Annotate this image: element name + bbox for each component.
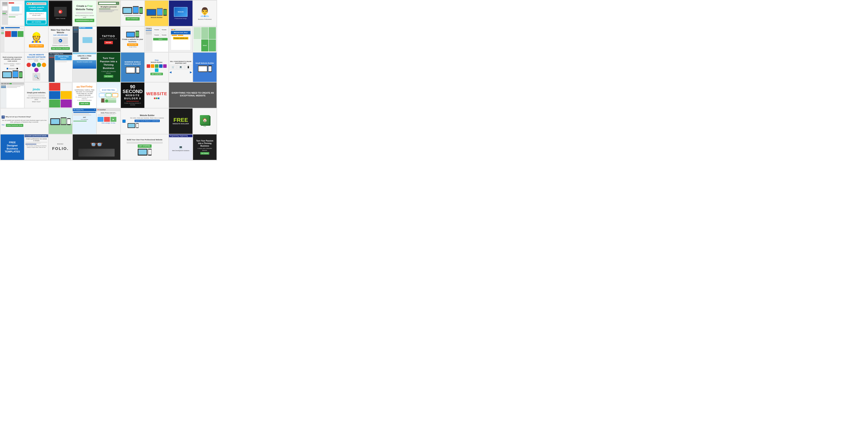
mobirise-title: MOBIRISE MOBILE WEBSITE BUILDER xyxy=(122,61,143,65)
tile-webuzo[interactable] xyxy=(1,27,24,52)
create-free-subtitle: Start by searching for a domain name xyxy=(74,15,95,18)
tile-videobird[interactable]: Make Your Own Free Website Call 1-800-80… xyxy=(49,27,72,52)
wb-box-desc: Get online. Grow your business. Never mi… xyxy=(127,117,167,119)
tile-pc-cleaner[interactable]: PC Cleaner Pro ✕ 24/7 Full catalogue xyxy=(73,108,96,134)
everything-title: EVERYTHING YOU NEED TO CREATE AN EXCEPTI… xyxy=(170,92,215,97)
tile-passion[interactable]: Turn Your Passion into a Thriving Busine… xyxy=(97,53,120,82)
tile-website-red[interactable]: WEBSITE xyxy=(145,83,168,108)
fb-shop-desc: We can publish your products into your (… xyxy=(2,120,47,123)
tile-idlly[interactable]: Create a website for your business. Get … xyxy=(121,27,144,52)
wb-box-tour-btn[interactable]: QUICK TOUR PRODUCT OVERVIEW xyxy=(134,120,160,122)
passion2-title: Turn Your Passion into a Thriving Busine… xyxy=(195,139,215,147)
tile-wb-box[interactable]: 🌐 Website Builder Get online. Grow your … xyxy=(121,108,168,134)
fb-setup-btn[interactable]: Setup Facebook Shop xyxy=(6,124,23,127)
fb-pro-title: Create a professional, free website in m… xyxy=(25,138,47,141)
builder-3d-label: free xyxy=(204,126,206,127)
jimdo-logo: jimdo xyxy=(33,88,40,91)
next-arrow[interactable]: ▶ xyxy=(190,70,192,74)
tile-devices-promo[interactable]: Professional for all Devices GET STARTED xyxy=(121,1,144,26)
tile-folio[interactable]: MANU FOLIO. xyxy=(49,134,72,160)
tile-90second[interactable]: 90 SECOND WEBSITE BUILDER 8 Create stunn… xyxy=(121,83,144,108)
tile-ucoz[interactable]: Free Website Builder GET STARTED! xyxy=(145,53,168,82)
free-wb-label: WEBSITE BUILDER xyxy=(173,123,189,125)
tile-passion2[interactable]: Turn Your Passion into a Thriving Busine… xyxy=(193,134,217,160)
free-wb-text: FREE xyxy=(174,117,188,123)
tile-fb-shop[interactable]: f Why not set up a Facebook Shop? We can… xyxy=(1,108,48,134)
tile-construction-character[interactable]: 👷 YOUR WEB SITE xyxy=(25,27,48,52)
fb-shop-title: Why not set up a Facebook Shop? xyxy=(5,116,31,118)
tile-programming[interactable]: Programming / Engineering 💻 Web Developm… xyxy=(169,134,192,160)
tile-create-free-2[interactable]: CREATE A FREE WEBSITE Beautiful template… xyxy=(73,53,96,82)
fb-pro-desc: This provides everything your business n… xyxy=(25,145,47,148)
builder-3d-box: 🏠 xyxy=(200,115,210,125)
free-designer-text: FREEDesignerBusinessTEMPLATES xyxy=(5,141,20,153)
tile-builder-3d[interactable]: 🏠 free xyxy=(193,108,217,134)
tile-yellow-promo[interactable]: Website Builder xyxy=(145,1,168,26)
small-builder-title: Small Website Builder xyxy=(195,62,214,65)
tile-tattoo[interactable]: TATTOO BODY PIERCING ENTER xyxy=(97,27,120,52)
start-today-devices: PC, SMARTPHONE AND TABLET FRIENDLY xyxy=(74,97,95,100)
tile-blue-monitor[interactable]: Website Professional Design xyxy=(169,1,192,26)
tile-build-own[interactable]: Build Your Own Free Professional Website… xyxy=(121,134,168,160)
tile-sell-online[interactable]: SELL YOUR PRODUCTS ONLINE SHOPPING CART … xyxy=(169,53,192,82)
tile-category[interactable]: Category Template Template Template Temp… xyxy=(145,27,168,52)
moonfruit-tagline: Click a design. It's free. xyxy=(98,122,120,124)
tile-toolbar-editor[interactable] xyxy=(1,83,24,108)
website-red-text: WEBSITE xyxy=(146,91,167,97)
tile-site-preview[interactable]: Welcome back, Mery! Preview website.com xyxy=(169,27,192,52)
moonfruit-greeting: Hello Prince de la V... xyxy=(98,112,120,114)
responsive-subtitle: Build for Desktop + Tablet + Mobile. xyxy=(2,63,23,66)
image-grid: A simple, powerful website creator Start… xyxy=(0,0,217,160)
tile-devices-green[interactable] xyxy=(49,108,72,134)
build-own-title: Build Your Own Free Professional Website xyxy=(127,139,162,141)
prev-arrow[interactable]: ◀ xyxy=(169,70,172,74)
tile-start-today[interactable]: oo StartToday SURPRISINGLY SIMPLE, FREE … xyxy=(73,83,96,108)
tile-jimdo[interactable]: jimdo Simply great websites. Over 1,000 … xyxy=(25,83,48,108)
start-today-btn[interactable]: VISIT SITE xyxy=(79,102,90,105)
tile-create-free-website[interactable]: Create a Free Website Today Start by sea… xyxy=(73,1,96,26)
jimdo-reasons: Over 1,000 Reasons to Choose Jimdo. xyxy=(26,97,47,100)
tile-cyan-builder[interactable]: A simple, powerful website creator Start… xyxy=(25,1,48,26)
90second-desc: Create stunning websites in seconds xyxy=(122,102,143,106)
tile-templates-multi[interactable] xyxy=(49,83,72,108)
jimdo-yours: What's Yours? xyxy=(32,101,41,103)
90second-subtitle: WEBSITE BUILDER 8 xyxy=(122,94,143,100)
tile-sitejam[interactable] xyxy=(1,1,24,26)
tile-business-man[interactable]: 👨‍💼 Business Professional xyxy=(193,1,217,26)
tile-online-builder[interactable]: ONLINE WEBSITE BUILDER SOFTWARE Build fo… xyxy=(25,53,48,82)
fb-skip-btn[interactable]: Skip xyxy=(2,124,5,127)
wb-box-title: Website Builder xyxy=(127,114,167,117)
tile-everything[interactable]: EVERYTHING YOU NEED TO CREATE AN EXCEPTI… xyxy=(169,83,217,108)
tattoo-heading: TATTOO xyxy=(102,34,115,38)
tile-free-designer[interactable]: FREEDesignerBusinessTEMPLATES xyxy=(1,134,24,160)
tile-responsive[interactable]: Build amazing responsive websites with a… xyxy=(1,53,24,82)
tile-dark-video[interactable]: ▶ Video Tutorial xyxy=(49,1,72,26)
programming-desc: Web Development Solutions xyxy=(172,150,189,152)
tile-moonfruit[interactable]: moonfruit Hello Prince de la V... ▶ Clic… xyxy=(97,108,120,134)
tile-glasses-person[interactable]: 👓 xyxy=(73,134,120,160)
folio-nav: MANU xyxy=(57,143,64,145)
tile-free-wb[interactable]: FREE WEBSITE BUILDER xyxy=(169,108,192,134)
tile-mobirise[interactable]: MOBIRISE MOBILE WEBSITE BUILDER xyxy=(121,53,144,82)
devices-btn[interactable]: GET STARTED xyxy=(126,17,140,20)
tile-small-builder[interactable]: Small Website Builder xyxy=(193,53,217,82)
tile-clouds-scene[interactable]: 90 DAY FREE TRIAL xyxy=(97,83,120,108)
build-own-btn[interactable]: GET STARTED xyxy=(138,144,152,148)
ucoz-btn[interactable]: GET STARTED! xyxy=(150,73,163,75)
passion2-subtitle: It Starts with a Beautiful Website. xyxy=(195,148,215,151)
ucoz-title: Free xyxy=(155,59,158,62)
moonfruit-next[interactable]: ▶ xyxy=(111,117,116,122)
folio-title: FOLIO. xyxy=(52,146,69,151)
tile-green-templates[interactable]: Select xyxy=(193,27,217,52)
90second-title: 90 SECOND xyxy=(122,85,143,94)
tile-editor[interactable]: Mix Folder xyxy=(73,27,96,52)
create-free-btn[interactable]: websiteSolutions.com xyxy=(75,19,94,22)
sell-title: SELL YOUR PRODUCTS ONLINE SHOPPING CART xyxy=(169,61,192,64)
passion-btn[interactable]: Get Started xyxy=(104,75,113,77)
tile-personal-page[interactable]: ⟳ Mi página personal xyxy=(97,1,120,26)
passion2-btn[interactable]: Get Started xyxy=(200,152,209,155)
tile-fb-professional[interactable]: Create a professional website Create a p… xyxy=(25,134,48,160)
online-builder-subtitle: Build for Desktop + Tablets + Mobile. xyxy=(26,58,47,62)
passion-subtitle: It Starts with a Beautiful Website. xyxy=(99,70,118,74)
tile-company-home[interactable]: Your Company Home CREATE A FREE WEBSITE xyxy=(49,53,72,82)
